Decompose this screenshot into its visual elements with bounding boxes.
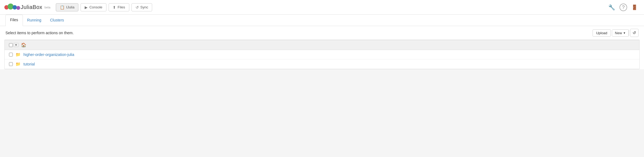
home-icon[interactable]: 🏠	[21, 42, 26, 48]
toolbar: Select items to perform actions on them.…	[0, 26, 644, 40]
main-content: Files Running Clusters Select items to p…	[0, 15, 644, 69]
nav-tab-ijulia-label: IJulia	[66, 5, 74, 9]
file-checkbox-1[interactable]	[9, 53, 13, 56]
ijulia-icon: 📋	[60, 5, 65, 10]
file-checkbox-2[interactable]	[9, 62, 13, 66]
tab-clusters[interactable]: Clusters	[46, 15, 68, 26]
select-all-wrapper[interactable]: ▼	[9, 43, 19, 47]
toolbar-message: Select items to perform actions on them.	[5, 31, 74, 35]
logout-button[interactable]: 🚪	[629, 3, 640, 11]
file-browser: ▼ 🏠 📁 higher-order-organization-julia 📁 …	[4, 40, 640, 69]
nav-tab-sync-label: Sync	[140, 5, 148, 9]
select-all-checkbox[interactable]	[9, 43, 13, 47]
select-dropdown-button[interactable]: ▼	[13, 43, 19, 47]
tab-files-label: Files	[10, 18, 18, 22]
brand-name: JuliaBox	[21, 4, 42, 10]
table-row: 📁 higher-order-organization-julia	[5, 50, 639, 59]
file-link-1[interactable]: higher-order-organization-julia	[23, 52, 74, 57]
file-link-2[interactable]: tutorial	[23, 62, 35, 66]
nav-tab-files-label: Files	[118, 5, 125, 9]
file-list-header: ▼ 🏠	[5, 40, 639, 50]
new-button-label: New	[615, 31, 622, 35]
tab-files[interactable]: Files	[5, 15, 23, 26]
sync-icon: ↺	[136, 5, 139, 10]
table-row: 📁 tutorial	[5, 59, 639, 69]
nav-tab-console-label: Console	[89, 5, 102, 9]
upload-button[interactable]: Upload	[593, 29, 611, 37]
help-button[interactable]: ?	[620, 4, 627, 11]
nav-tab-ijulia[interactable]: 📋 IJulia	[56, 3, 78, 11]
tab-clusters-label: Clusters	[50, 18, 64, 22]
console-icon: ▶	[85, 5, 88, 10]
folder-icon-1: 📁	[16, 52, 21, 57]
logo-icon	[4, 5, 19, 10]
folder-icon-2: 📁	[16, 62, 21, 67]
brand-beta: beta	[45, 6, 50, 9]
nav-tab-console[interactable]: ▶ Console	[81, 3, 106, 11]
toolbar-right: Upload New ▼ ↺	[593, 29, 639, 37]
files-upload-icon: ⬆	[113, 5, 116, 10]
nav-tab-sync[interactable]: ↺ Sync	[131, 3, 152, 11]
header: JuliaBoxbeta 📋 IJulia ▶ Console ⬆ Files …	[0, 0, 644, 15]
file-list: 📁 higher-order-organization-julia 📁 tuto…	[5, 50, 639, 69]
new-button[interactable]: New ▼	[612, 30, 629, 36]
logo-area: JuliaBoxbeta	[4, 4, 50, 10]
nav-tab-files[interactable]: ⬆ Files	[109, 3, 129, 11]
tab-running-label: Running	[27, 18, 41, 22]
settings-button[interactable]: 🔧	[606, 3, 617, 12]
tabs-bar: Files Running Clusters	[0, 15, 644, 26]
refresh-button[interactable]: ↺	[630, 29, 639, 37]
new-dropdown-arrow: ▼	[623, 32, 626, 34]
tab-running[interactable]: Running	[23, 15, 46, 26]
